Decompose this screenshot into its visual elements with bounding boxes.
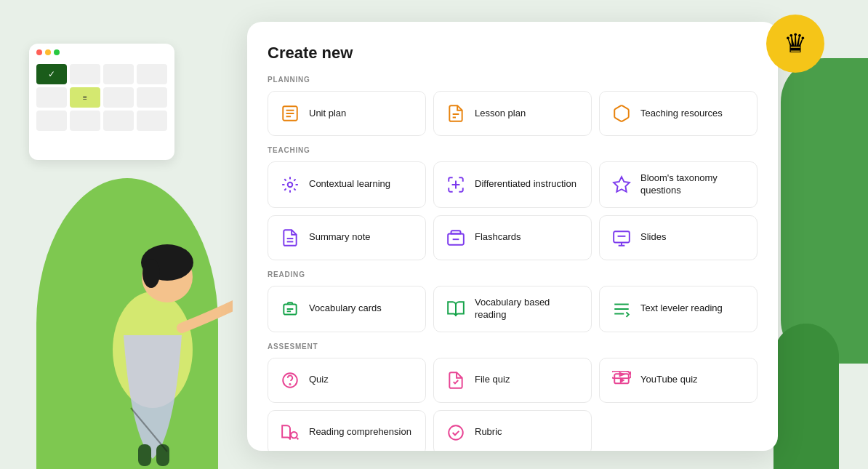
- crown-badge: ♛: [766, 15, 824, 73]
- slides-card[interactable]: Slides: [599, 215, 758, 260]
- reading-grid: Vocabulary cards Vocabulary based readin…: [268, 286, 758, 332]
- svg-point-32: [291, 431, 297, 438]
- youtube-quiz-icon: [610, 369, 633, 392]
- vocabulary-cards-card[interactable]: Vocabulary cards: [268, 286, 426, 332]
- lesson-plan-label: Lesson plan: [475, 108, 526, 120]
- vocabulary-based-reading-icon: [444, 297, 467, 321]
- rubric-icon: [444, 421, 467, 444]
- svg-point-29: [289, 383, 290, 384]
- summary-note-icon: [278, 226, 302, 249]
- decorative-shape-bottom: [773, 324, 839, 469]
- differentiated-instruction-icon: [444, 173, 467, 196]
- svg-point-3: [142, 259, 160, 288]
- modal-title: Create new: [268, 44, 758, 63]
- rubric-label: Rubric: [475, 426, 502, 438]
- teaching-resources-icon: [610, 102, 633, 125]
- quiz-icon: [278, 369, 302, 392]
- planning-grid: Unit plan Lesson plan Teaching resource: [268, 91, 758, 136]
- create-new-modal: Create new PLANNING Unit plan: [247, 22, 778, 451]
- svg-marker-15: [614, 177, 630, 192]
- section-reading-label: READING: [268, 270, 758, 278]
- summary-note-label: Summary note: [309, 231, 371, 244]
- lesson-plan-card[interactable]: Lesson plan: [433, 91, 592, 136]
- teaching-grid-1: Contextual learning Differentiated instr…: [268, 161, 758, 208]
- flashcards-label: Flashcards: [475, 231, 521, 244]
- flashcards-icon: [444, 226, 467, 249]
- svg-rect-5: [138, 444, 151, 466]
- file-quiz-icon: [444, 369, 467, 392]
- quiz-label: Quiz: [309, 374, 329, 386]
- vocabulary-cards-icon: [278, 297, 302, 321]
- vocabulary-cards-label: Vocabulary cards: [309, 302, 382, 315]
- svg-point-33: [449, 425, 463, 440]
- svg-rect-20: [614, 231, 630, 242]
- youtube-quiz-label: YouTube quiz: [640, 374, 698, 386]
- text-leveler-reading-icon: [610, 297, 633, 321]
- unit-plan-icon: [278, 102, 302, 125]
- reading-comprehension-card[interactable]: Reading comprehension: [268, 410, 426, 451]
- calendar-illustration: ✓ ≡: [29, 44, 174, 160]
- decorative-shape-right: [781, 58, 868, 364]
- teaching-grid-2: Summary note Flashcards Slid: [268, 215, 758, 260]
- contextual-learning-icon: [278, 173, 302, 196]
- section-assessment-label: ASSESMENT: [268, 342, 758, 350]
- svg-rect-6: [156, 444, 169, 466]
- text-leveler-reading-label: Text leveler reading: [640, 302, 723, 315]
- differentiated-instruction-card[interactable]: Differentiated instruction: [433, 161, 592, 208]
- blooms-taxonomy-icon: [610, 173, 633, 196]
- vocabulary-based-reading-label: Vocabulary based reading: [475, 297, 581, 321]
- teaching-resources-label: Teaching resources: [640, 108, 723, 120]
- unit-plan-card[interactable]: Unit plan: [268, 91, 426, 136]
- blooms-taxonomy-label: Bloom's taxonomy questions: [640, 172, 747, 197]
- figure-illustration: [73, 204, 233, 469]
- summary-note-card[interactable]: Summary note: [268, 215, 426, 260]
- section-teaching-label: TEACHING: [268, 146, 758, 154]
- reading-comprehension-label: Reading comprehension: [309, 426, 411, 438]
- unit-plan-label: Unit plan: [309, 108, 346, 120]
- reading-comprehension-icon: [278, 421, 302, 444]
- flashcards-card[interactable]: Flashcards: [433, 215, 592, 260]
- rubric-card[interactable]: Rubric: [433, 410, 592, 451]
- teaching-resources-card[interactable]: Teaching resources: [599, 91, 758, 136]
- text-leveler-reading-card[interactable]: Text leveler reading: [599, 286, 758, 332]
- assessment-grid-1: Quiz File quiz YouTube quiz: [268, 358, 758, 403]
- contextual-learning-card[interactable]: Contextual learning: [268, 161, 426, 208]
- crown-icon: ♛: [784, 28, 807, 59]
- slides-icon: [610, 226, 633, 249]
- file-quiz-card[interactable]: File quiz: [433, 358, 592, 403]
- vocabulary-based-reading-card[interactable]: Vocabulary based reading: [433, 286, 592, 332]
- section-planning-label: PLANNING: [268, 76, 758, 84]
- contextual-learning-label: Contextual learning: [309, 178, 390, 191]
- lesson-plan-icon: [444, 102, 467, 125]
- assessment-grid-2: Reading comprehension Rubric: [268, 410, 758, 451]
- blooms-taxonomy-card[interactable]: Bloom's taxonomy questions: [599, 161, 758, 208]
- svg-point-14: [288, 183, 293, 188]
- slides-label: Slides: [640, 231, 666, 244]
- quiz-card[interactable]: Quiz: [268, 358, 426, 403]
- file-quiz-label: File quiz: [475, 374, 510, 386]
- differentiated-instruction-label: Differentiated instruction: [475, 178, 576, 191]
- youtube-quiz-card[interactable]: YouTube quiz: [599, 358, 758, 403]
